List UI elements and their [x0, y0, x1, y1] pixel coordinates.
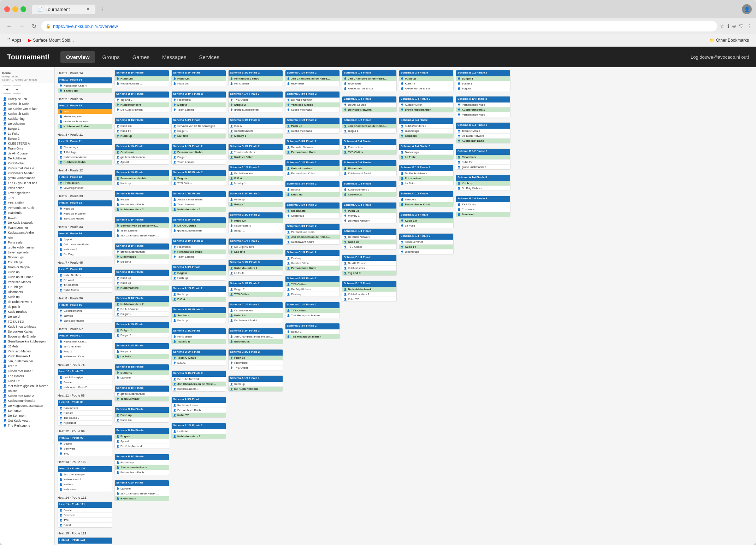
- match-card[interactable]: Schema A 1/4 Finale 2👤La Fuite👤Kubbsfoun…: [171, 423, 226, 439]
- match-card[interactable]: Schema B 1/2 Finale👤De Kubb Network👤Kubb…: [342, 281, 397, 302]
- sidebar-item[interactable]: 👤Team Grijs: [0, 146, 54, 151]
- minimize-button[interactable]: [12, 6, 18, 12]
- match-card[interactable]: Schema B 1/4 Finale 2👤De Kubb Network👤Ja…: [171, 370, 226, 392]
- browser-tab[interactable]: 📄 Tournament ✕: [32, 5, 95, 14]
- sidebar-item[interactable]: 👤Groep de Jeu: [0, 96, 54, 101]
- match-card[interactable]: Schema B 1/4 Finale 3👤Jan Chambers an de…: [228, 328, 283, 344]
- sidebar-item[interactable]: 👤De schatten: [0, 121, 54, 126]
- match-card[interactable]: Heat 5 · Poule 33👤Kubb up👤Kubb up st Lin…: [58, 200, 112, 221]
- match-card[interactable]: Schema B 1/4 Finale👤Bogota👤Apport👤De Kub…: [114, 428, 169, 449]
- sidebar-item[interactable]: 👤Bulgur 1: [0, 126, 54, 131]
- match-card[interactable]: Schema A 1/4 Finale👤Costerous👤grotte kub…: [114, 143, 169, 165]
- sidebar-item[interactable]: 👤Team Lemmer: [0, 225, 54, 230]
- sidebar-item[interactable]: 👤Levensgenieten: [0, 191, 54, 195]
- sidebar-item[interactable]: 👤Kubb in op te Moats: [0, 324, 54, 329]
- sidebar-item[interactable]: 👤Kubb up st Linnen: [0, 275, 54, 280]
- sidebar-item[interactable]: 👤Gut Kubb Apartt: [0, 418, 54, 423]
- match-card[interactable]: Schema B 3/4 Finale👤Kubb Lin👤La Fuite: [399, 212, 454, 228]
- match-card[interactable]: Schema A 3/4 Finale👤Kubbsfounders 2👤Bloo…: [399, 117, 454, 139]
- match-card[interactable]: Schema A 1/4 Finale 3👤Pernambuco Kubb👤Ku…: [456, 96, 510, 117]
- sidebar-item[interactable]: 👤The Bollers: [0, 374, 54, 379]
- match-card[interactable]: Schema B 3/4 Finale👤Push up👤Kubs TY👤Alei…: [399, 70, 454, 91]
- match-card[interactable]: Schema B 1/4 Finale👤De AH Course👤De Kubb…: [342, 96, 397, 112]
- match-card[interactable]: Schema B 1/8 Finale 2👤Bogota👤TYS Oldies: [171, 170, 226, 186]
- extensions-icon[interactable]: ⊕: [732, 23, 736, 29]
- bookmark-surface[interactable]: ▶ Surface Mount Sold...: [25, 37, 76, 44]
- sidebar-item[interactable]: 👤met tallers giga en uit bleven: [0, 383, 54, 388]
- nav-item-groups[interactable]: Groups: [96, 51, 125, 63]
- match-card[interactable]: Schema B 1/4 Finale👤Tig and E👤Kubbsfound…: [114, 91, 169, 112]
- match-card[interactable]: Schema A 1/4 Finale👤Pernambuco Kubb👤Kubb…: [114, 170, 169, 186]
- sidebar-item[interactable]: 👤The Rightygons: [0, 423, 54, 428]
- match-card[interactable]: Schema C 1/2 Finale👤Sembers👤Pernambuco K…: [399, 191, 454, 207]
- match-card[interactable]: Schema A 1/4 Finale 2👤Bloombugs👤La Fuite: [399, 143, 454, 160]
- sidebar-item[interactable]: 👤Servocken Kattes: [0, 329, 54, 334]
- match-card[interactable]: Schema B 1/2 Finale 2👤Pernambuco Kubb👤Pr…: [228, 70, 283, 86]
- match-card[interactable]: Schema B 1/4 Finale 3👤Kubbsfounders 2👤La…: [228, 259, 283, 276]
- match-card[interactable]: Heat 15 · Poule 122👤Kubbs met Kaas👤Rinas…: [58, 537, 112, 545]
- match-card[interactable]: Schema B 1/4 Finale 2👤Ricombats👤Pernambu…: [171, 238, 226, 259]
- match-card[interactable]: Schema B 1/4 Finale 2👤Team Lemmer👤Kubs T…: [399, 233, 454, 254]
- sidebar-item[interactable]: 👤The Guys uit het bos: [0, 181, 54, 186]
- match-card[interactable]: Heat 14 · Poule 111👤Boutte👤Semwers👤TWJ👤P…: [58, 502, 112, 528]
- info-icon[interactable]: ℹ: [727, 23, 729, 29]
- match-card[interactable]: Schema B 1/8 Finale 2👤Sembers👤Kubb up: [171, 307, 226, 323]
- sidebar-item[interactable]: 👤Pernambuco Kubb: [0, 205, 54, 210]
- match-card[interactable]: Schema B 3/4 Finale👤Kubb Lin👤Kubb Lin: [171, 70, 226, 86]
- sidebar-item[interactable]: 👤Semersen: [0, 408, 54, 413]
- sidebar-item[interactable]: 👤jein: [0, 235, 54, 240]
- sidebar-item[interactable]: 👤T Kubb gar: [0, 260, 54, 265]
- match-card[interactable]: Schema B 1/8 Finale👤Bogota👤Pernambuco Ku…: [114, 191, 169, 212]
- new-tab-button[interactable]: +: [98, 4, 108, 14]
- match-card[interactable]: Schema C 1/4 Finale 2👤Kubbsfounders👤Pern…: [285, 160, 340, 176]
- match-card[interactable]: Schema C 1/4 Finale👤Servaan van de Reise…: [114, 217, 169, 238]
- match-card[interactable]: Schema A 1/4 Finale 3👤Kubbsfounders👤Kubb…: [228, 302, 283, 323]
- match-card[interactable]: Schema B 1/4 Finale 2👤Ricombats👤Bogota👤T…: [171, 91, 226, 112]
- match-card[interactable]: Heat 2 · Poule 15👤JAN👤Metrotampelen👤grot…: [58, 103, 112, 129]
- sidebar-item[interactable]: 👤Kubb up: [0, 294, 54, 299]
- sidebar-item[interactable]: 👤KUBBSTERS A: [0, 141, 54, 146]
- match-card[interactable]: Schema B 1/8 Finale👤Bulgur 1👤La Fuite: [114, 364, 169, 380]
- sidebar-item[interactable]: 👤Levensgenieten: [0, 250, 54, 255]
- match-card[interactable]: Schema B 1/2 Finale👤Kubbsfounders 2👤De A…: [114, 295, 169, 317]
- sidebar-item[interactable]: 👤Kubb up: [0, 270, 54, 275]
- match-card[interactable]: Schema C 1/4 Finale 2👤TYS Oldies👤The Meg…: [285, 302, 340, 318]
- sidebar-item[interactable]: 👤de pub it: [0, 304, 54, 309]
- match-card[interactable]: Schema B 3/4 Finale👤Team O Maale👤B.G.A.: [171, 349, 226, 365]
- tournament-area[interactable]: Heat 1 · Poule 14Heat 1 · Poule 14👤Kubbs…: [55, 67, 756, 545]
- menu-icon[interactable]: ⋮: [747, 23, 752, 29]
- sidebar-item[interactable]: 👤Kubs TY: [0, 379, 54, 383]
- sidebar-item[interactable]: 👤De Kubbe van te laat: [0, 106, 54, 111]
- sidebar-item[interactable]: 👤Prins seilen: [0, 240, 54, 245]
- match-card[interactable]: Schema B 1/8 Finale 2👤De Kubb Network👤Pr…: [399, 165, 454, 186]
- sidebar-item[interactable]: 👤de AH Course: [0, 151, 54, 156]
- match-card[interactable]: Schema A 1/4 Finale👤Bulgur 2👤La Fuite: [114, 343, 169, 359]
- shield-icon[interactable]: 🛡: [739, 23, 744, 29]
- match-card[interactable]: Heat 13 · Poule 100👤Jen drell men per👤Ku…: [58, 466, 112, 492]
- nav-user-action[interactable]: Log douwe@avocado.nl out!: [691, 54, 749, 60]
- sidebar-item[interactable]: 👤Kubb Brothes: [0, 309, 54, 314]
- sidebar-item[interactable]: 👤Bloombugs: [0, 255, 54, 260]
- match-card[interactable]: Schema B 1/4 Finale 3👤Team O Maale👤De Ku…: [456, 122, 510, 143]
- match-card[interactable]: Schema A 3/4 Finale👤Bogota👤Push up: [171, 264, 226, 281]
- sidebar-item[interactable]: 👤Kubbclub Kubb: [0, 101, 54, 106]
- match-card[interactable]: Schema B 1/2 Finale 2👤Ricombats👤Kubs TY👤…: [456, 148, 510, 170]
- match-card[interactable]: Schema B 1/2 Finale 2👤Kubb Lin👤Kubbmaste…: [228, 212, 283, 233]
- sidebar-item[interactable]: 👤Team O Beppie: [0, 265, 54, 270]
- sidebar-item[interactable]: 👤De word: [0, 314, 54, 319]
- sidebar-item[interactable]: 👤Kubbsavant André: [0, 230, 54, 235]
- match-card[interactable]: Schema B 1/4 Finale 3👤B.G.A.👤Kubbsfounde…: [228, 117, 283, 139]
- sidebar-item[interactable]: 👤Bulgur 2: [0, 136, 54, 141]
- match-card[interactable]: Schema B 1/4 Finale👤Jan Chambers an de R…: [342, 70, 397, 91]
- sidebar-item[interactable]: 👤Kubbssemmhond 2: [0, 398, 54, 403]
- sidebar-item[interactable]: 👤Kubus met Kaas 4: [0, 166, 54, 171]
- sidebar-item[interactable]: 👤grotte kubbmannen: [0, 176, 54, 181]
- nav-item-games[interactable]: Games: [127, 51, 155, 63]
- match-card[interactable]: Schema C 1/4 Finale👤grotte kubbmannen👤Te…: [114, 385, 169, 402]
- match-card[interactable]: Schema A 1/4 Finale 3👤Kubb up👤De Brig Kl…: [456, 175, 510, 191]
- match-card[interactable]: Schema C 1/4 Finale 2👤Push up👤Kubbs met …: [285, 117, 340, 134]
- sidebar-item[interactable]: 👤De Kubb Network: [0, 220, 54, 225]
- match-card[interactable]: Schema B 1/4 Finale👤De Kubb Network👤Kubb…: [342, 228, 397, 250]
- match-card[interactable]: Schema B 1/4 Finale👤De AH Course👤Kubbmas…: [342, 254, 397, 276]
- sidebar-item[interactable]: 👤Yancisco Mabes: [0, 349, 54, 354]
